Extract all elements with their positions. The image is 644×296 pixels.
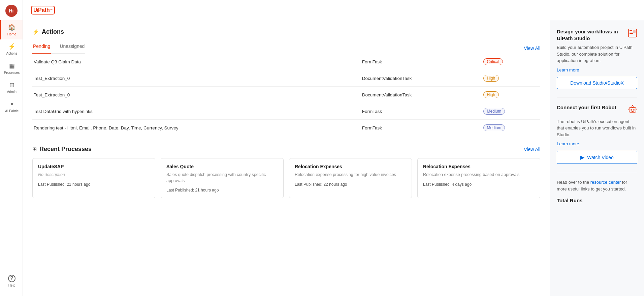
robot-card: Connect your first Robot (557, 104, 637, 164)
priority-badge: Medium (483, 124, 505, 131)
svg-rect-3 (630, 33, 633, 34)
actions-section-title: Actions (42, 28, 64, 35)
svg-rect-1 (630, 30, 632, 31)
sidebar-item-processes[interactable]: ▦ Processes (0, 59, 23, 78)
action-name: Test DataGrid with hyperlinks (32, 103, 359, 120)
ai-fabric-icon: ✦ (9, 100, 14, 108)
download-studio-button[interactable]: Download Studio/StudioX (557, 77, 637, 89)
actions-section: ⚡ Actions Pending Unassigned View All Va… (32, 28, 540, 136)
resource-center-text: Head over to the resource center for mor… (557, 179, 637, 192)
table-row[interactable]: Validate Q3 Claim Data FormTask Critical (32, 54, 540, 70)
action-name: Rendering test - Html, Email, Phone, Dat… (32, 120, 359, 136)
studio-learn-more[interactable]: Learn more (557, 67, 579, 72)
process-desc: Relocation expense processing for high v… (295, 172, 406, 178)
robot-card-header: Connect your first Robot (557, 104, 637, 116)
svg-point-6 (631, 109, 632, 111)
priority-badge: Critical (483, 58, 503, 65)
logo-path-text: Path (38, 7, 50, 13)
home-icon: 🏠 (8, 24, 15, 31)
process-card-2[interactable]: Relocation Expenses Relocation expense p… (289, 158, 412, 198)
processes-icon: ▦ (9, 62, 15, 69)
studio-icon (628, 28, 637, 40)
priority-badge: High (483, 75, 499, 82)
action-priority: Medium (481, 120, 540, 136)
table-row[interactable]: Test DataGrid with hyperlinks FormTask M… (32, 103, 540, 120)
process-published: Last Published: 21 hours ago (166, 188, 278, 193)
action-type: FormTask (359, 103, 481, 120)
sidebar-divider-1 (557, 97, 637, 97)
process-name: Relocation Expenses (423, 164, 535, 169)
actions-view-all[interactable]: View All (524, 46, 540, 51)
action-type: FormTask (359, 54, 481, 70)
svg-rect-11 (628, 109, 629, 110)
action-type: DocumentValidationTask (359, 87, 481, 103)
recent-processes-header: ⊞ Recent Processes (32, 146, 92, 153)
resource-center-link[interactable]: resource center (590, 180, 621, 185)
logo-tm-text: ™ (50, 8, 53, 11)
table-row[interactable]: Rendering test - Html, Email, Phone, Dat… (32, 120, 540, 136)
logo-box: Ui Path ™ (31, 6, 55, 14)
sidebar-item-help[interactable]: ? Help (0, 271, 23, 291)
action-priority: High (481, 70, 540, 87)
process-desc: Sales quote dispatch processing with cou… (166, 172, 278, 184)
table-row[interactable]: Test_Extraction_0 DocumentValidationTask… (32, 87, 540, 103)
main-panel: ⚡ Actions Pending Unassigned View All Va… (23, 20, 550, 296)
svg-rect-4 (633, 30, 636, 33)
process-published: Last Published: 21 hours ago (38, 182, 150, 187)
help-icon: ? (8, 275, 15, 282)
tab-pending[interactable]: Pending (32, 41, 51, 54)
action-priority: Critical (481, 54, 540, 70)
uipath-logo: Ui Path ™ (31, 6, 55, 14)
tab-unassigned[interactable]: Unassigned (59, 41, 85, 54)
icon-sidebar: Hi 🏠 Home ⚡ Actions ▦ Processes ⊞ Admin … (0, 0, 23, 296)
svg-rect-2 (630, 32, 634, 32)
robot-card-desc: The robot is UiPath's execution agent th… (557, 118, 637, 138)
process-desc: Relocation expense processing based on a… (423, 172, 535, 178)
process-name: UpdateSAP (38, 164, 150, 169)
table-row[interactable]: Test_Extraction_0 DocumentValidationTask… (32, 70, 540, 87)
svg-rect-8 (632, 111, 634, 112)
play-icon: ▶ (580, 154, 584, 160)
robot-icon (628, 104, 637, 116)
actions-tabs: Pending Unassigned (32, 41, 85, 54)
sidebar-item-admin[interactable]: ⊞ Admin (0, 78, 23, 97)
sidebar-item-actions[interactable]: ⚡ Actions (0, 39, 23, 59)
process-name: Relocation Expenses (295, 164, 406, 169)
recent-processes-view-all[interactable]: View All (524, 147, 540, 152)
total-runs-title: Total Runs (557, 198, 637, 203)
process-published: Last Published: 22 hours ago (295, 182, 406, 187)
top-header: Ui Path ™ (23, 0, 644, 20)
process-desc: No description (38, 172, 150, 178)
admin-icon: ⊞ (9, 81, 14, 89)
process-card-0[interactable]: UpdateSAP No description Last Published:… (32, 158, 155, 198)
robot-card-title: Connect your first Robot (557, 104, 625, 111)
process-card-3[interactable]: Relocation Expenses Relocation expense p… (417, 158, 540, 198)
priority-badge: Medium (483, 108, 505, 115)
sidebar-item-home[interactable]: 🏠 Home (0, 20, 23, 39)
action-name: Validate Q3 Claim Data (32, 54, 359, 70)
sidebar-divider-2 (557, 172, 637, 172)
robot-learn-more[interactable]: Learn more (557, 141, 579, 146)
actions-icon: ⚡ (8, 43, 15, 50)
avatar[interactable]: Hi (5, 5, 18, 17)
process-published: Last Published: 4 days ago (423, 182, 535, 187)
watch-video-button[interactable]: ▶ Watch Video (557, 151, 637, 164)
process-card-1[interactable]: Sales Quote Sales quote dispatch process… (161, 158, 284, 198)
action-priority: High (481, 87, 540, 103)
recent-processes-icon: ⊞ (32, 146, 37, 152)
studio-card-title: Design your workflows in UiPath Studio (557, 28, 625, 41)
studio-card-desc: Build your automation project in UiPath … (557, 44, 637, 64)
recent-processes-section: ⊞ Recent Processes View All UpdateSAP No… (32, 146, 540, 198)
svg-rect-12 (636, 109, 637, 110)
sidebar-item-ai-fabric[interactable]: ✦ AI Fabric (0, 97, 23, 116)
resource-text-prefix: Head over to the (557, 180, 590, 185)
action-priority: Medium (481, 103, 540, 120)
logo-ui-text: Ui (33, 7, 38, 13)
action-type: DocumentValidationTask (359, 70, 481, 87)
watch-video-label: Watch Video (587, 155, 614, 160)
recent-processes-title: Recent Processes (39, 146, 92, 153)
actions-table: Validate Q3 Claim Data FormTask Critical… (32, 54, 540, 136)
priority-badge: High (483, 91, 499, 98)
process-name: Sales Quote (166, 164, 278, 169)
main-wrapper: Ui Path ™ ⚡ Actions Pending Unassigned (23, 0, 644, 296)
